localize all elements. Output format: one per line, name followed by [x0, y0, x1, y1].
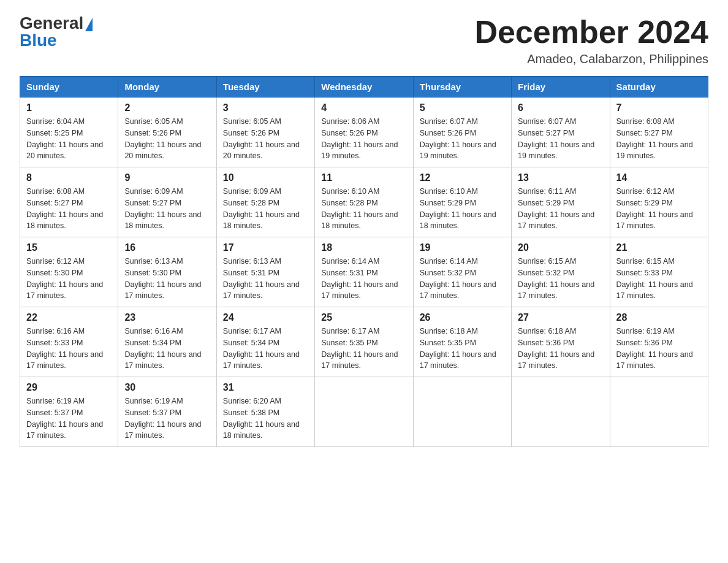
day-info: Sunrise: 6:10 AMSunset: 5:29 PMDaylight:… — [420, 186, 505, 232]
col-wednesday: Wednesday — [315, 77, 413, 98]
calendar-week-row: 29Sunrise: 6:19 AMSunset: 5:37 PMDayligh… — [20, 377, 708, 447]
day-number: 16 — [124, 242, 210, 253]
day-number: 2 — [124, 102, 210, 113]
logo-blue-text: Blue — [20, 32, 57, 49]
table-row: 10Sunrise: 6:09 AMSunset: 5:28 PMDayligh… — [216, 167, 314, 237]
day-number: 25 — [321, 312, 406, 323]
day-number: 17 — [223, 242, 308, 253]
table-row: 22Sunrise: 6:16 AMSunset: 5:33 PMDayligh… — [20, 307, 118, 377]
table-row — [512, 377, 610, 447]
col-friday: Friday — [512, 77, 610, 98]
day-info: Sunrise: 6:18 AMSunset: 5:35 PMDaylight:… — [420, 326, 505, 372]
day-number: 21 — [616, 242, 702, 253]
table-row — [413, 377, 511, 447]
day-info: Sunrise: 6:09 AMSunset: 5:27 PMDaylight:… — [124, 186, 210, 232]
day-number: 1 — [26, 102, 112, 113]
table-row — [610, 377, 708, 447]
table-row: 25Sunrise: 6:17 AMSunset: 5:35 PMDayligh… — [315, 307, 413, 377]
day-info: Sunrise: 6:05 AMSunset: 5:26 PMDaylight:… — [124, 116, 210, 162]
day-number: 6 — [518, 102, 603, 113]
day-number: 12 — [420, 172, 505, 183]
table-row: 18Sunrise: 6:14 AMSunset: 5:31 PMDayligh… — [315, 237, 413, 307]
col-saturday: Saturday — [610, 77, 708, 98]
day-number: 3 — [223, 102, 308, 113]
day-info: Sunrise: 6:12 AMSunset: 5:30 PMDaylight:… — [26, 256, 112, 302]
day-info: Sunrise: 6:15 AMSunset: 5:32 PMDaylight:… — [518, 256, 603, 302]
day-number: 31 — [223, 382, 308, 393]
day-info: Sunrise: 6:19 AMSunset: 5:37 PMDaylight:… — [26, 396, 112, 442]
day-number: 27 — [518, 312, 603, 323]
day-info: Sunrise: 6:09 AMSunset: 5:28 PMDaylight:… — [223, 186, 308, 232]
table-row: 2Sunrise: 6:05 AMSunset: 5:26 PMDaylight… — [118, 98, 216, 167]
table-row: 15Sunrise: 6:12 AMSunset: 5:30 PMDayligh… — [20, 237, 118, 307]
logo-general-text: General — [20, 15, 83, 32]
day-number: 20 — [518, 242, 603, 253]
table-row: 3Sunrise: 6:05 AMSunset: 5:26 PMDaylight… — [216, 98, 314, 167]
calendar-week-row: 8Sunrise: 6:08 AMSunset: 5:27 PMDaylight… — [20, 167, 708, 237]
day-info: Sunrise: 6:18 AMSunset: 5:36 PMDaylight:… — [518, 326, 603, 372]
col-sunday: Sunday — [20, 77, 118, 98]
day-number: 18 — [321, 242, 406, 253]
day-number: 13 — [518, 172, 603, 183]
day-info: Sunrise: 6:08 AMSunset: 5:27 PMDaylight:… — [26, 186, 112, 232]
location-subtitle: Amadeo, Calabarzon, Philippines — [474, 52, 708, 66]
table-row: 28Sunrise: 6:19 AMSunset: 5:36 PMDayligh… — [610, 307, 708, 377]
table-row: 4Sunrise: 6:06 AMSunset: 5:26 PMDaylight… — [315, 98, 413, 167]
table-row: 11Sunrise: 6:10 AMSunset: 5:28 PMDayligh… — [315, 167, 413, 237]
month-year-title: December 2024 — [474, 15, 708, 50]
table-row: 23Sunrise: 6:16 AMSunset: 5:34 PMDayligh… — [118, 307, 216, 377]
table-row: 7Sunrise: 6:08 AMSunset: 5:27 PMDaylight… — [610, 98, 708, 167]
table-row — [315, 377, 413, 447]
calendar-header-row: Sunday Monday Tuesday Wednesday Thursday… — [20, 77, 708, 98]
day-info: Sunrise: 6:14 AMSunset: 5:32 PMDaylight:… — [420, 256, 505, 302]
day-info: Sunrise: 6:15 AMSunset: 5:33 PMDaylight:… — [616, 256, 702, 302]
table-row: 31Sunrise: 6:20 AMSunset: 5:38 PMDayligh… — [216, 377, 314, 447]
day-info: Sunrise: 6:16 AMSunset: 5:33 PMDaylight:… — [26, 326, 112, 372]
day-number: 7 — [616, 102, 702, 113]
day-info: Sunrise: 6:13 AMSunset: 5:31 PMDaylight:… — [223, 256, 308, 302]
calendar-week-row: 1Sunrise: 6:04 AMSunset: 5:25 PMDaylight… — [20, 98, 708, 167]
day-number: 24 — [223, 312, 308, 323]
table-row: 19Sunrise: 6:14 AMSunset: 5:32 PMDayligh… — [413, 237, 511, 307]
day-info: Sunrise: 6:12 AMSunset: 5:29 PMDaylight:… — [616, 186, 702, 232]
table-row: 9Sunrise: 6:09 AMSunset: 5:27 PMDaylight… — [118, 167, 216, 237]
logo: General Blue — [20, 15, 93, 49]
day-number: 4 — [321, 102, 406, 113]
day-number: 15 — [26, 242, 112, 253]
day-info: Sunrise: 6:19 AMSunset: 5:37 PMDaylight:… — [124, 396, 210, 442]
table-row: 16Sunrise: 6:13 AMSunset: 5:30 PMDayligh… — [118, 237, 216, 307]
col-tuesday: Tuesday — [216, 77, 314, 98]
day-info: Sunrise: 6:05 AMSunset: 5:26 PMDaylight:… — [223, 116, 308, 162]
table-row: 27Sunrise: 6:18 AMSunset: 5:36 PMDayligh… — [512, 307, 610, 377]
table-row: 5Sunrise: 6:07 AMSunset: 5:26 PMDaylight… — [413, 98, 511, 167]
table-row: 14Sunrise: 6:12 AMSunset: 5:29 PMDayligh… — [610, 167, 708, 237]
table-row: 12Sunrise: 6:10 AMSunset: 5:29 PMDayligh… — [413, 167, 511, 237]
col-monday: Monday — [118, 77, 216, 98]
day-info: Sunrise: 6:14 AMSunset: 5:31 PMDaylight:… — [321, 256, 406, 302]
day-info: Sunrise: 6:17 AMSunset: 5:34 PMDaylight:… — [223, 326, 308, 372]
day-info: Sunrise: 6:07 AMSunset: 5:27 PMDaylight:… — [518, 116, 603, 162]
day-number: 26 — [420, 312, 505, 323]
day-number: 19 — [420, 242, 505, 253]
table-row: 13Sunrise: 6:11 AMSunset: 5:29 PMDayligh… — [512, 167, 610, 237]
col-thursday: Thursday — [413, 77, 511, 98]
day-info: Sunrise: 6:07 AMSunset: 5:26 PMDaylight:… — [420, 116, 505, 162]
day-info: Sunrise: 6:13 AMSunset: 5:30 PMDaylight:… — [124, 256, 210, 302]
day-number: 22 — [26, 312, 112, 323]
table-row: 24Sunrise: 6:17 AMSunset: 5:34 PMDayligh… — [216, 307, 314, 377]
day-number: 5 — [420, 102, 505, 113]
day-number: 28 — [616, 312, 702, 323]
table-row: 21Sunrise: 6:15 AMSunset: 5:33 PMDayligh… — [610, 237, 708, 307]
table-row: 8Sunrise: 6:08 AMSunset: 5:27 PMDaylight… — [20, 167, 118, 237]
day-info: Sunrise: 6:11 AMSunset: 5:29 PMDaylight:… — [518, 186, 603, 232]
day-number: 14 — [616, 172, 702, 183]
day-number: 23 — [124, 312, 210, 323]
table-row: 1Sunrise: 6:04 AMSunset: 5:25 PMDaylight… — [20, 98, 118, 167]
page-header: General Blue December 2024 Amadeo, Calab… — [20, 15, 708, 66]
day-info: Sunrise: 6:20 AMSunset: 5:38 PMDaylight:… — [223, 396, 308, 442]
day-info: Sunrise: 6:06 AMSunset: 5:26 PMDaylight:… — [321, 116, 406, 162]
table-row: 26Sunrise: 6:18 AMSunset: 5:35 PMDayligh… — [413, 307, 511, 377]
calendar-week-row: 22Sunrise: 6:16 AMSunset: 5:33 PMDayligh… — [20, 307, 708, 377]
day-info: Sunrise: 6:19 AMSunset: 5:36 PMDaylight:… — [616, 326, 702, 372]
day-info: Sunrise: 6:10 AMSunset: 5:28 PMDaylight:… — [321, 186, 406, 232]
